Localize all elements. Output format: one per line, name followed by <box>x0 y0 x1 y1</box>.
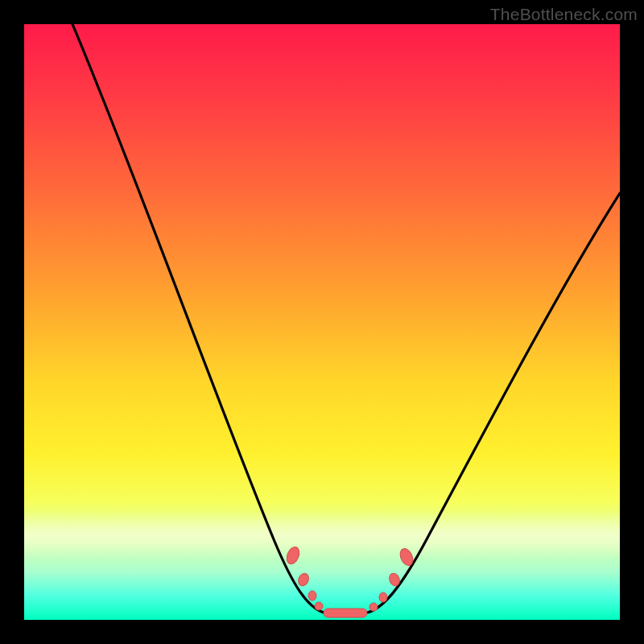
plot-area <box>24 24 620 620</box>
watermark-text: TheBottleneck.com <box>490 5 638 24</box>
severity-gradient <box>24 24 620 620</box>
chart-frame: TheBottleneck.com <box>0 0 644 644</box>
